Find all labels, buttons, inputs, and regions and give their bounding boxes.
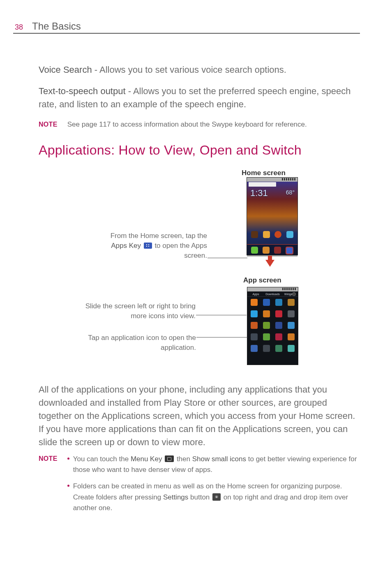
header-title: The Basics [32, 21, 81, 32]
callout-slide: Slide the screen left or right to bring … [81, 301, 196, 321]
app-icon [288, 333, 295, 340]
app-screen-screenshot: Apps Downloads Widgets [247, 287, 298, 365]
app-icon [275, 299, 282, 306]
app-cell [286, 322, 296, 329]
note-bullet-list: You can touch the Menu Key then Show sma… [67, 454, 360, 520]
app-icon [275, 345, 282, 352]
app-cell [249, 299, 259, 306]
weather-temp: 68° [286, 189, 295, 196]
figure-area: Home screen 1:31 68° App screen [39, 171, 360, 381]
app-tabs: Apps Downloads Widgets [247, 292, 298, 297]
app-grid [249, 299, 296, 352]
home-app-icon [286, 231, 293, 238]
note-1: NOTE See page 117 to access information … [39, 119, 360, 130]
app-cell [262, 322, 272, 329]
app-icon [288, 345, 295, 352]
app-cell [249, 345, 259, 352]
app-icon [251, 310, 258, 317]
search-bar [249, 182, 276, 187]
app-cell [262, 345, 272, 352]
app-cell [262, 310, 272, 318]
app-icon [251, 333, 258, 340]
app-cell [249, 322, 259, 329]
voice-search-para: Voice Search - Allows you to set various… [39, 63, 360, 76]
home-screen-caption: Home screen [242, 169, 286, 177]
app-icon [251, 322, 258, 329]
app-icon [275, 333, 282, 340]
app-cell [274, 299, 284, 306]
app-icon [288, 322, 295, 329]
app-cell [274, 333, 284, 341]
note-item-2: Folders can be created in menu as well a… [67, 481, 360, 513]
app-icon [288, 299, 295, 306]
app-screen-caption: App screen [243, 276, 281, 284]
home-dock-row [247, 244, 297, 257]
callout-connector [208, 258, 247, 258]
app-icon [263, 345, 270, 352]
menu-key-icon [165, 455, 174, 462]
settings-button-icon [212, 493, 221, 501]
status-bar [247, 178, 297, 182]
callout-connector [196, 337, 247, 337]
callout-tap-app: Tap an application icon to open the appl… [81, 333, 196, 353]
app-icon [251, 345, 258, 352]
section-heading: Applications: How to View, Open and Swit… [39, 143, 360, 158]
app-icon [275, 322, 282, 329]
tab-downloads: Downloads [264, 293, 281, 296]
note-2: NOTE You can touch the Menu Key then Sho… [39, 454, 360, 520]
note-text: See page 117 to access information about… [67, 119, 307, 130]
home-app-icon [274, 231, 281, 238]
app-cell [274, 310, 284, 318]
page-header: 38 The Basics [13, 21, 360, 34]
home-app-icon [251, 231, 258, 238]
callout-connector [196, 315, 247, 315]
note-label: NOTE [39, 454, 58, 520]
tts-label: Text-to-speech output [39, 86, 126, 96]
dock-apps-icon [286, 247, 293, 254]
clock-widget: 1:31 [250, 188, 268, 199]
app-cell [286, 310, 296, 318]
app-cell [249, 333, 259, 341]
note-label: NOTE [39, 119, 58, 130]
note-item-1: You can touch the Menu Key then Show sma… [67, 454, 360, 476]
body-paragraph: All of the applications on your phone, i… [39, 383, 360, 448]
app-icon [275, 310, 282, 317]
voice-search-desc: - Allows you to set various voice search… [92, 65, 286, 75]
app-cell [286, 345, 296, 352]
status-bar [247, 287, 298, 291]
app-cell [274, 345, 284, 352]
app-cell [286, 333, 296, 341]
app-cell [274, 322, 284, 329]
down-arrow-icon [265, 260, 274, 267]
tab-apps: Apps [247, 293, 264, 296]
dock-contacts-icon [263, 247, 270, 254]
home-app-icon [263, 231, 270, 238]
home-icon-row [247, 231, 297, 238]
app-cell [262, 333, 272, 341]
app-cell [262, 299, 272, 306]
page-number: 38 [15, 23, 23, 32]
content-area: Voice Search - Allows you to set various… [13, 63, 360, 519]
voice-search-label: Voice Search [39, 65, 92, 75]
dock-messaging-icon [274, 247, 281, 254]
callout-apps-key: From the Home screen, tap the Apps Key t… [95, 231, 207, 260]
apps-key-icon [144, 243, 152, 249]
app-icon [263, 333, 270, 340]
dock-phone-icon [251, 247, 258, 254]
tts-para: Text-to-speech output - Allows you to se… [39, 85, 360, 111]
home-screen-screenshot: 1:31 68° [247, 177, 298, 255]
app-icon [263, 310, 270, 317]
app-cell [286, 299, 296, 306]
app-cell [249, 310, 259, 318]
app-icon [288, 310, 295, 317]
app-icon [251, 299, 258, 306]
app-icon [263, 299, 270, 306]
app-icon [263, 322, 270, 329]
